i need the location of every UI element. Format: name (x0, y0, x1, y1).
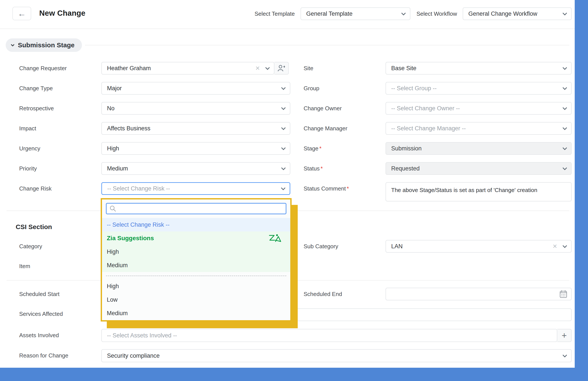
reason-for-change-select[interactable]: Security compliance (101, 349, 572, 362)
template-select[interactable]: General Template (300, 7, 410, 20)
dropdown-option-high[interactable]: High (102, 279, 290, 293)
status-label: Status (304, 165, 323, 172)
submission-stage-toggle[interactable]: Submission Stage (6, 38, 82, 52)
assets-involved-input[interactable]: -- Select Assets Involved -- (101, 329, 557, 342)
assets-involved-placeholder: -- Select Assets Involved -- (107, 332, 177, 339)
change-owner-placeholder: -- Select Change Owner -- (391, 105, 460, 112)
chevron-down-icon (563, 65, 567, 70)
back-arrow-icon: ← (18, 9, 26, 18)
scheduled-end-input[interactable] (385, 288, 572, 300)
dropdown-option-zia-high[interactable]: High (102, 245, 290, 258)
change-risk-label: Change Risk (19, 185, 52, 192)
sub-category-select[interactable]: LAN ✕ (385, 240, 572, 253)
sub-category-value: LAN (391, 243, 403, 250)
impact-select[interactable]: Affects Business (101, 122, 290, 135)
stage-label: Stage (304, 145, 321, 152)
chevron-down-icon (563, 11, 567, 15)
header-divider (0, 29, 575, 29)
add-requester-button[interactable] (274, 62, 289, 75)
urgency-value: High (107, 145, 119, 152)
site-label: Site (304, 65, 314, 72)
back-button[interactable]: ← (12, 7, 31, 20)
section-divider (85, 45, 569, 45)
add-asset-button[interactable]: + (557, 329, 572, 342)
retrospective-value: No (107, 105, 115, 112)
scheduled-end-label: Scheduled End (304, 291, 342, 297)
chevron-down-icon (563, 243, 567, 248)
sub-category-label: Sub Category (304, 243, 338, 250)
person-plus-icon (278, 65, 285, 72)
select-template-label: Select Template (254, 0, 295, 27)
select-workflow-label: Select Workflow (417, 0, 457, 27)
dropdown-option-zia-medium[interactable]: Medium (102, 258, 290, 272)
group-placeholder: -- Select Group -- (391, 85, 437, 92)
status-comment-label: Status Comment (304, 185, 349, 192)
group-label: Group (304, 85, 319, 92)
chevron-down-icon (563, 125, 567, 130)
dropdown-search-input[interactable] (106, 203, 286, 214)
urgency-label: Urgency (19, 145, 40, 152)
category-label: Category (19, 243, 42, 250)
dropdown-separator (106, 275, 286, 276)
change-manager-placeholder: -- Select Change Manager -- (391, 125, 466, 132)
workflow-select-value: General Change Workflow (468, 10, 537, 17)
status-select[interactable]: Requested (385, 162, 572, 175)
clear-icon[interactable]: ✕ (255, 65, 260, 72)
retrospective-select[interactable]: No (101, 102, 290, 115)
reason-for-change-value: Security compliance (107, 352, 160, 359)
scheduled-start-label: Scheduled Start (19, 291, 60, 297)
change-risk-select[interactable]: -- Select Change Risk -- (101, 182, 290, 195)
urgency-select[interactable]: High (101, 142, 290, 155)
priority-value: Medium (107, 165, 128, 172)
site-select[interactable]: Base Site (385, 62, 572, 75)
zia-suggestions-header: Zia Suggestions (102, 232, 290, 245)
chevron-down-icon (281, 145, 286, 150)
dropdown-option-select-change-risk[interactable]: -- Select Change Risk -- (102, 218, 290, 232)
zia-suggestions-label: Zia Suggestions (107, 235, 154, 242)
change-requester-field[interactable]: Heather Graham ✕ (101, 62, 274, 75)
services-affected-label: Services Affected (19, 311, 63, 317)
change-manager-select[interactable]: -- Select Change Manager -- (385, 122, 572, 135)
chevron-down-icon (563, 85, 567, 90)
chevron-down-icon (281, 166, 286, 170)
change-risk-dropdown: -- Select Change Risk -- Zia Suggestions… (101, 198, 292, 321)
assets-involved-label: Assets Involved (19, 332, 59, 339)
status-comment-field[interactable]: The above Stage/Status is set as part of… (385, 182, 572, 201)
change-type-select[interactable]: Major (101, 82, 290, 95)
stage-select[interactable]: Submission (385, 142, 572, 155)
change-owner-select[interactable]: -- Select Change Owner -- (385, 102, 572, 115)
change-type-value: Major (107, 85, 122, 92)
chevron-down-icon (281, 186, 286, 190)
chevron-down-icon (563, 166, 567, 170)
stage-value: Submission (391, 145, 422, 152)
status-value: Requested (391, 165, 420, 172)
chevron-down-icon (401, 11, 406, 15)
dropdown-option-medium[interactable]: Medium (102, 306, 290, 320)
chevron-down-icon (281, 85, 286, 90)
change-risk-placeholder: -- Select Change Risk -- (107, 185, 170, 192)
new-change-page: ← New Change Select Template General Tem… (0, 0, 575, 368)
priority-label: Priority (19, 165, 37, 172)
page-title: New Change (39, 9, 85, 18)
group-select[interactable]: -- Select Group -- (385, 82, 572, 95)
impact-label: Impact (19, 125, 36, 132)
chevron-down-icon (563, 105, 567, 110)
clear-icon[interactable]: ✕ (552, 243, 557, 250)
chevron-down-icon (281, 125, 286, 130)
calendar-icon[interactable] (559, 290, 567, 298)
change-type-label: Change Type (19, 85, 53, 92)
change-owner-label: Change Owner (304, 105, 342, 112)
change-requester-label: Change Requester (19, 65, 67, 72)
chevron-down-icon (563, 353, 567, 357)
zia-icon (268, 234, 282, 244)
retrospective-label: Retrospective (19, 105, 54, 112)
plus-icon: + (562, 331, 567, 340)
priority-select[interactable]: Medium (101, 162, 290, 175)
chevron-down-icon (281, 105, 286, 110)
chevron-down-icon (563, 145, 567, 150)
status-comment-value: The above Stage/Status is set as part of… (391, 187, 537, 193)
workflow-select[interactable]: General Change Workflow (463, 7, 572, 20)
chevron-down-icon (11, 43, 15, 47)
submission-stage-label: Submission Stage (18, 42, 75, 49)
dropdown-option-low[interactable]: Low (102, 293, 290, 306)
